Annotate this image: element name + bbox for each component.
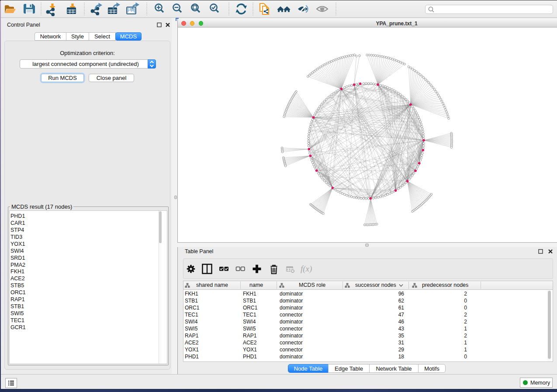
svg-text:f(x): f(x): [301, 264, 312, 274]
